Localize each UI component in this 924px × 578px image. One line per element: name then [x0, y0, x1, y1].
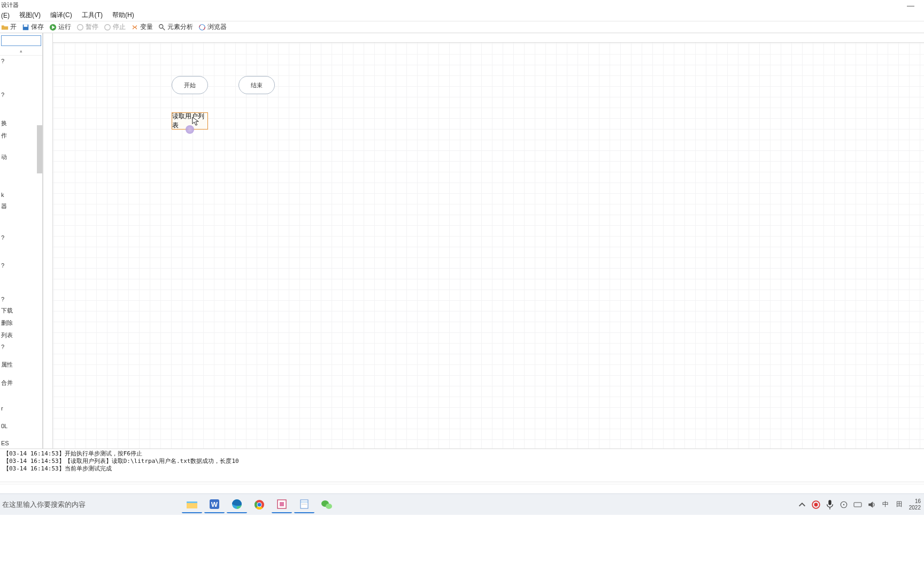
taskbar-search-input[interactable]: 在这里输入你要搜索的内容 — [0, 500, 86, 509]
sidebar-item[interactable]: ? — [1, 234, 41, 241]
element-icon — [158, 24, 166, 31]
svg-line-7 — [163, 27, 165, 29]
sidebar-item[interactable]: 器 — [1, 202, 41, 210]
sidebar-item[interactable]: 换 — [1, 119, 41, 127]
sidebar-item[interactable]: ? — [1, 344, 41, 350]
browser-label: 浏览器 — [207, 22, 227, 32]
app-file-explorer[interactable] — [182, 496, 202, 513]
sidebar-item[interactable]: ? — [1, 92, 41, 98]
sidebar-item[interactable]: k — [1, 192, 41, 198]
stop-label: 停止 — [113, 22, 126, 32]
tray-ime-lang[interactable]: 中 — [881, 500, 890, 509]
variable-icon — [131, 24, 138, 31]
pause-icon — [76, 24, 84, 31]
tray-volume-icon[interactable] — [867, 500, 876, 509]
menu-help[interactable]: 帮助(H) — [112, 11, 134, 20]
design-canvas[interactable]: 开始 结束 读取用户列表 — [43, 33, 924, 448]
menu-view[interactable]: 视图(V) — [19, 11, 41, 20]
sidebar-item[interactable]: r — [1, 405, 41, 412]
sidebar-scroll-up[interactable]: ▴ — [0, 48, 42, 56]
tray-record-icon[interactable] — [812, 500, 820, 509]
variable-label: 变量 — [140, 22, 153, 32]
save-icon — [22, 24, 29, 31]
sidebar-item[interactable]: ? — [1, 58, 41, 64]
browser-icon — [198, 24, 206, 31]
log-line: 【03-14 16:14:53】【读取用户列表】读取D:\litrpa\用户名.… — [3, 458, 921, 465]
log-line: 【03-14 16:14:53】开始执行单步测试，按F6停止 — [3, 450, 921, 458]
tray-keyboard-icon[interactable] — [853, 500, 862, 509]
step-indicator — [186, 125, 194, 134]
main-area: ▴ ? ? 换 作 动 k 器 ? ? ? 下载 删除 列表 ? 属性 — [0, 33, 924, 448]
node-end-label: 结束 — [251, 81, 263, 89]
tray-ime-mode[interactable]: 田 — [895, 500, 904, 509]
sidebar-item[interactable]: ES — [1, 440, 41, 446]
app-wps[interactable]: W — [204, 496, 225, 513]
open-button[interactable]: 开 — [1, 22, 17, 32]
sidebar-item[interactable]: 列表 — [1, 331, 41, 339]
stop-button[interactable]: 停止 — [104, 22, 126, 32]
app-edge[interactable] — [227, 496, 247, 513]
sidebar-item[interactable]: ? — [1, 262, 41, 269]
sidebar-scrollbar-thumb[interactable] — [37, 125, 42, 173]
tray-location-icon[interactable] — [840, 500, 848, 509]
status-bar — [0, 484, 924, 493]
sidebar-item[interactable]: 作 — [1, 132, 41, 140]
save-button[interactable]: 保存 — [22, 22, 44, 32]
taskbar-apps: W — [182, 496, 337, 513]
run-label: 运行 — [58, 22, 71, 32]
app-designer[interactable] — [272, 496, 292, 513]
app-wechat[interactable] — [317, 496, 337, 513]
element-button[interactable]: 元素分析 — [158, 22, 193, 32]
menu-edit[interactable]: (E) — [1, 12, 10, 19]
svg-point-29 — [843, 504, 844, 505]
sidebar-item[interactable]: 删除 — [1, 319, 41, 327]
sidebar-list: ? ? 换 作 动 k 器 ? ? ? 下载 删除 列表 ? 属性 合并 — [0, 56, 42, 448]
taskbar: 在这里输入你要搜索的内容 W — [0, 493, 924, 515]
system-tray: 中 田 16 2022 — [798, 498, 921, 511]
svg-rect-27 — [828, 500, 831, 505]
sidebar-item[interactable]: 0L — [1, 423, 41, 429]
svg-point-26 — [814, 503, 818, 506]
minimize-button[interactable]: — — [907, 1, 914, 10]
node-end[interactable]: 结束 — [238, 76, 275, 94]
menubar: (E) 视图(V) 编译(C) 工具(T) 帮助(H) — [0, 10, 924, 21]
app-chrome[interactable] — [249, 496, 270, 513]
element-label: 元素分析 — [167, 22, 193, 32]
tray-time: 16 — [909, 498, 921, 505]
sidebar-search-input[interactable] — [1, 35, 41, 46]
browser-button[interactable]: 浏览器 — [198, 22, 227, 32]
tray-date: 2022 — [909, 505, 921, 511]
tray-clock[interactable]: 16 2022 — [909, 498, 921, 511]
sidebar-item[interactable]: ? — [1, 296, 41, 302]
svg-point-6 — [159, 24, 163, 28]
menu-tools[interactable]: 工具(T) — [82, 11, 103, 20]
sidebar: ▴ ? ? 换 作 动 k 器 ? ? ? 下载 删除 列表 ? 属性 — [0, 33, 43, 448]
log-panel: 【03-14 16:14:53】开始执行单步测试，按F6停止 【03-14 16… — [0, 448, 924, 482]
save-label: 保存 — [31, 22, 44, 32]
run-button[interactable]: 运行 — [49, 22, 71, 32]
open-icon — [1, 24, 9, 31]
open-label: 开 — [10, 22, 17, 32]
node-start[interactable]: 开始 — [172, 76, 208, 94]
sidebar-item[interactable]: 下载 — [1, 307, 41, 315]
app-title: 设计器 — [1, 1, 19, 9]
tray-up-icon[interactable] — [798, 500, 806, 509]
sidebar-item[interactable]: 属性 — [1, 361, 41, 369]
pause-button[interactable]: 暂停 — [76, 22, 98, 32]
svg-point-24 — [326, 504, 332, 509]
app-notepad[interactable] — [294, 496, 314, 513]
stop-icon — [104, 24, 111, 31]
menu-compile[interactable]: 编译(C) — [50, 11, 72, 20]
pause-label: 暂停 — [86, 22, 98, 32]
toolbar: 开 保存 运行 暂停 停止 变量 元素分析 — [0, 21, 924, 33]
log-line: 【03-14 16:14:53】当前单步测试完成 — [3, 465, 921, 473]
titlebar: 设计器 — — [0, 0, 924, 10]
node-start-label: 开始 — [184, 81, 196, 89]
svg-rect-30 — [854, 503, 861, 507]
sidebar-item[interactable]: 合并 — [1, 379, 41, 387]
svg-rect-1 — [24, 24, 28, 26]
variable-button[interactable]: 变量 — [131, 22, 153, 32]
svg-rect-19 — [280, 502, 284, 506]
tray-mic-icon[interactable] — [826, 500, 834, 509]
sidebar-item[interactable]: 动 — [1, 153, 41, 161]
